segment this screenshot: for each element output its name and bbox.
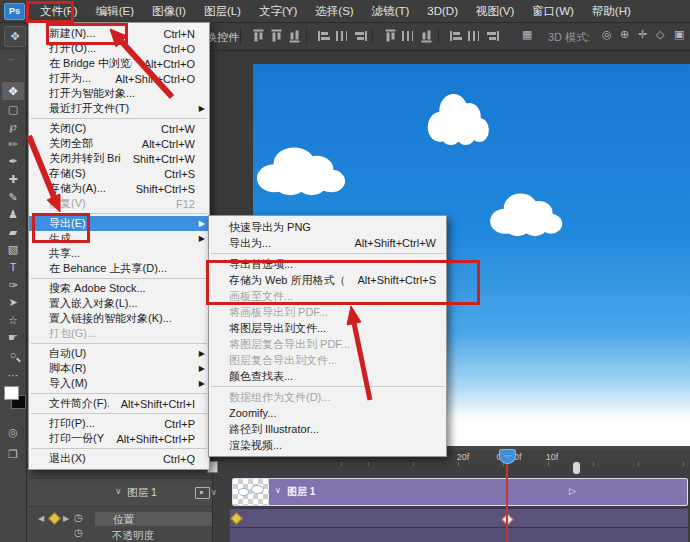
position-stopwatch-icon[interactable]: ◷ — [74, 512, 83, 523]
export-menu-item-1[interactable]: 导出为...Alt+Shift+Ctrl+W — [209, 235, 446, 251]
position-track-row[interactable] — [230, 508, 688, 527]
show-transform-controls-label[interactable]: 换控件 — [206, 30, 239, 45]
screen-mode-icon[interactable]: ❐ — [2, 448, 24, 461]
track-chevron-icon[interactable]: ∨ — [115, 486, 122, 496]
opacity-stopwatch-icon[interactable]: ◷ — [74, 527, 83, 538]
menu-bar-item-8[interactable]: 视图(V) — [467, 0, 523, 22]
3d-scale-icon[interactable]: ▣ — [674, 28, 684, 41]
lasso-tool[interactable]: ℘ — [2, 117, 24, 135]
menu-bar-item-9[interactable]: 窗口(W) — [523, 0, 583, 22]
clip-settings-chevron-icon[interactable]: ∨ — [211, 488, 217, 497]
menu-bar-item-2[interactable]: 图像(I) — [143, 0, 195, 22]
3d-roll-icon[interactable]: ⊕ — [620, 28, 629, 41]
distribute-right-icon[interactable] — [486, 31, 499, 41]
align-right-edges-icon[interactable] — [354, 31, 367, 41]
file-menu-item-26[interactable]: 导入(M)▶ — [29, 376, 209, 391]
file-menu-item-24[interactable]: 自动(U)▶ — [29, 346, 209, 361]
3d-slide-icon[interactable]: ◇ — [656, 28, 664, 41]
marquee-tool[interactable]: ▢ — [2, 100, 24, 118]
foreground-color-swatch[interactable] — [4, 386, 19, 400]
file-menu-item-20[interactable]: 置入嵌入对象(L)... — [29, 296, 209, 311]
align-top-edges-icon[interactable] — [254, 30, 264, 43]
distribute-vertical-icon[interactable] — [402, 31, 413, 41]
file-menu-item-0[interactable]: 新建(N)...Ctrl+N — [29, 26, 209, 41]
file-menu-item-30[interactable]: 打印(P)...Ctrl+P — [29, 416, 209, 431]
opacity-track-row[interactable] — [230, 527, 688, 542]
menu-bar-item-10[interactable]: 帮助(H) — [583, 0, 640, 22]
file-menu-item-19[interactable]: 搜索 Adobe Stock... — [29, 281, 209, 296]
file-menu-item-16[interactable]: 共享... — [29, 246, 209, 261]
menu-bar-item-7[interactable]: 3D(D) — [418, 0, 467, 22]
file-menu-item-31[interactable]: 打印一份(Y)Alt+Shift+Ctrl+P — [29, 431, 209, 446]
gradient-tool[interactable]: ▧ — [2, 240, 24, 258]
export-menu-item-7[interactable]: 将图层导出到文件... — [209, 320, 446, 336]
file-menu-item-14[interactable]: 导出(E)▶ — [29, 216, 209, 231]
eraser-tool[interactable]: ▰ — [2, 223, 24, 241]
layer-clip[interactable]: ∨ 图层 1 ▷ — [232, 478, 688, 506]
toolbar-collapse-icon[interactable]: ‥ — [8, 52, 14, 62]
export-menu-item-15[interactable]: 渲染视频... — [209, 437, 446, 453]
file-menu-item-3[interactable]: 打开为...Alt+Shift+Ctrl+O — [29, 71, 209, 86]
zoom-tool[interactable]: ○ — [2, 346, 24, 364]
distribute-left-icon[interactable] — [450, 31, 463, 41]
export-menu-item-13[interactable]: Zoomify... — [209, 405, 446, 421]
export-menu-item-10[interactable]: 颜色查找表... — [209, 368, 446, 384]
file-menu-item-11[interactable]: 存储为(A)...Shift+Ctrl+S — [29, 181, 209, 196]
file-menu-item-8[interactable]: 关闭全部Alt+Ctrl+W — [29, 136, 209, 151]
menu-bar-item-0[interactable]: 文件(F) — [31, 0, 87, 22]
menu-bar-item-5[interactable]: 选择(S) — [306, 0, 362, 22]
clone-stamp-tool[interactable]: ♟ — [2, 205, 24, 223]
export-menu-item-0[interactable]: 快速导出为 PNG — [209, 219, 446, 235]
file-menu-item-21[interactable]: 置入链接的智能对象(K)... — [29, 311, 209, 326]
clip-chevron-icon[interactable]: ∨ — [275, 486, 281, 495]
distribute-horizontal-icon[interactable] — [468, 31, 479, 41]
file-menu-item-10[interactable]: 存储(S)Ctrl+S — [29, 166, 209, 181]
align-vertical-centers-icon[interactable] — [272, 30, 282, 43]
file-menu-item-1[interactable]: 打开(O)...Ctrl+O — [29, 41, 209, 56]
more-tools-icon[interactable]: ⋯ — [2, 366, 24, 384]
menu-bar-item-6[interactable]: 滤镜(T) — [363, 0, 419, 22]
menu-bar-item-1[interactable]: 编辑(E) — [87, 0, 143, 22]
type-tool[interactable]: T — [2, 258, 24, 276]
export-menu-item-4[interactable]: 存储为 Web 所用格式（旧版）...Alt+Shift+Ctrl+S — [209, 272, 446, 288]
clip-settings-icon[interactable] — [195, 487, 210, 499]
file-menu-item-4[interactable]: 打开为智能对象... — [29, 86, 209, 101]
clip-end-handle-icon[interactable]: ▷ — [569, 486, 576, 496]
file-menu-item-17[interactable]: 在 Behance 上共享(D)... — [29, 261, 209, 276]
align-left-edges-icon[interactable] — [318, 31, 331, 41]
align-horizontal-centers-icon[interactable] — [336, 31, 347, 41]
pen-tool[interactable]: ✑ — [2, 276, 24, 294]
3d-rotate-icon[interactable]: ◎ — [602, 28, 612, 41]
3d-drag-icon[interactable]: ✛ — [638, 28, 647, 41]
next-keyframe-icon[interactable]: ▶ — [63, 514, 69, 523]
path-select-tool[interactable]: ➤ — [2, 293, 24, 311]
opacity-property-label[interactable]: 不透明度 — [112, 529, 154, 542]
file-menu-item-9[interactable]: 关闭并转到 Bridge...Shift+Ctrl+W — [29, 151, 209, 166]
auto-align-icon[interactable]: ▦ — [522, 28, 532, 41]
move-tool[interactable]: ✥ — [2, 82, 24, 100]
brush-tool[interactable]: ✎ — [2, 188, 24, 206]
distribute-top-icon[interactable] — [386, 30, 396, 43]
file-menu-item-5[interactable]: 最近打开文件(T)▶ — [29, 101, 209, 116]
distribute-bottom-icon[interactable] — [422, 30, 432, 43]
prev-keyframe-icon[interactable]: ◀ — [38, 514, 44, 523]
file-menu-item-7[interactable]: 关闭(C)Ctrl+W — [29, 121, 209, 136]
menu-bar-item-4[interactable]: 文字(Y) — [250, 0, 306, 22]
file-menu-item-25[interactable]: 脚本(R)▶ — [29, 361, 209, 376]
position-property-label[interactable]: 位置 — [95, 512, 212, 526]
menu-bar-item-3[interactable]: 图层(L) — [195, 0, 250, 22]
file-menu-item-2[interactable]: 在 Bridge 中浏览(B)...Alt+Ctrl+O — [29, 56, 209, 71]
track-header[interactable]: ∨ 图层 1 ∨ — [28, 478, 212, 507]
shape-tool[interactable]: ☆ — [2, 311, 24, 329]
healing-brush-tool[interactable]: ✚ — [2, 170, 24, 188]
file-menu-item-33[interactable]: 退出(X)Ctrl+Q — [29, 451, 209, 466]
add-keyframe-icon[interactable] — [48, 512, 61, 525]
file-menu-item-28[interactable]: 文件简介(F)...Alt+Shift+Ctrl+I — [29, 396, 209, 411]
align-bottom-edges-icon[interactable] — [290, 30, 300, 43]
hand-tool[interactable]: ☛ — [2, 328, 24, 346]
playhead[interactable]: ⋯ — [499, 449, 516, 464]
export-menu-item-3[interactable]: 导出首选项... — [209, 256, 446, 272]
eyedropper-tool[interactable]: ✒ — [2, 152, 24, 170]
quick-select-tool[interactable]: ✏ — [2, 135, 24, 153]
quick-mask-icon[interactable]: ◎ — [2, 426, 24, 439]
